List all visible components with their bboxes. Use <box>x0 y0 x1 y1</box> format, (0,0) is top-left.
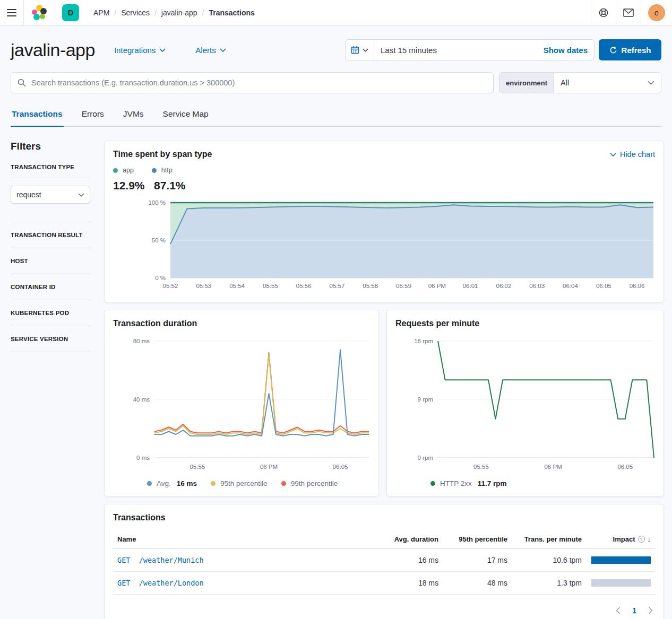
date-picker-quick-menu[interactable] <box>346 40 374 60</box>
legend-app[interactable]: app <box>113 167 134 174</box>
transactions-table-title: Transactions <box>113 513 655 522</box>
svg-text:06:06: 06:06 <box>630 283 645 289</box>
space-selector[interactable]: D <box>55 0 86 25</box>
avg-dot-icon <box>147 481 152 486</box>
chevron-down-icon <box>159 48 166 52</box>
impact-help-icon[interactable]: ? <box>638 536 645 543</box>
svg-text:06:05: 06:05 <box>333 464 348 470</box>
svg-text:0 rpm: 0 rpm <box>418 455 433 461</box>
breadcrumb-services[interactable]: Services <box>121 8 150 17</box>
legend-avg[interactable]: Avg. 16 ms <box>147 479 197 487</box>
search-icon <box>18 79 26 87</box>
col-avg-duration[interactable]: Avg. duration <box>379 530 443 549</box>
filter-container-id[interactable]: CONTAINER ID <box>11 282 90 292</box>
elastic-home-button[interactable] <box>24 0 55 25</box>
pagination: 1 <box>113 603 655 616</box>
span-type-chart[interactable]: 0 %50 %100 %05:5205:5305:5405:5505:5605:… <box>113 199 655 293</box>
refresh-button[interactable]: Refresh <box>599 39 661 60</box>
environment-select[interactable]: environment All <box>499 72 661 93</box>
filter-service-version[interactable]: SERVICE VERSION <box>11 334 90 344</box>
rpm-legend: HTTP 2xx 11.7 rpm <box>430 479 655 487</box>
sort-desc-icon[interactable]: ↓ <box>648 535 651 543</box>
help-icon <box>598 7 609 18</box>
filter-kubernetes-pod[interactable]: KUBERNETES POD <box>11 308 90 318</box>
service-tabs: Transactions Errors JVMs Service Map <box>11 104 661 127</box>
hide-chart-link[interactable]: Hide chart <box>610 150 655 159</box>
tab-transactions[interactable]: Transactions <box>11 104 64 127</box>
environment-label: environment <box>499 73 554 93</box>
help-menu-button[interactable] <box>591 0 616 25</box>
breadcrumb-apm[interactable]: APM <box>93 8 109 17</box>
newsfeed-button[interactable] <box>616 0 641 25</box>
legend-99th[interactable]: 99th percentile <box>281 479 338 487</box>
chevron-down-icon <box>220 48 226 52</box>
col-95th-percentile[interactable]: 95th percentile <box>443 530 512 549</box>
app-dot-icon <box>113 168 118 173</box>
avatar[interactable]: e <box>648 4 665 21</box>
svg-text:05:56: 05:56 <box>296 283 312 289</box>
alerts-menu[interactable]: Alerts <box>195 46 226 55</box>
prev-page-button[interactable] <box>616 607 621 614</box>
svg-text:9 rpm: 9 rpm <box>418 396 433 403</box>
next-page-button[interactable] <box>648 607 653 614</box>
transaction-duration-panel: Transaction duration 0 ms40 ms80 ms05:55… <box>104 310 379 496</box>
filters-sidebar: Filters TRANSACTION TYPE request TRANSAC… <box>11 141 90 619</box>
envelope-icon <box>623 8 634 17</box>
chevron-down-icon <box>648 81 654 85</box>
impact-bar <box>591 556 651 564</box>
svg-text:06:01: 06:01 <box>463 283 478 289</box>
tab-jvms[interactable]: JVMs <box>122 104 145 126</box>
tab-errors[interactable]: Errors <box>81 104 105 126</box>
top-nav: D APM / Services / javalin-app / Transac… <box>0 0 672 25</box>
space-badge[interactable]: D <box>62 4 79 21</box>
transaction-type-select[interactable]: request <box>11 186 90 204</box>
transaction-link-london[interactable]: GET /weather/London <box>117 579 204 587</box>
svg-text:0 ms: 0 ms <box>136 455 150 461</box>
page-number[interactable]: 1 <box>632 606 636 615</box>
hamburger-icon[interactable] <box>7 9 16 16</box>
legend-http-2xx[interactable]: HTTP 2xx 11.7 rpm <box>430 479 507 487</box>
tpm-value: 10.6 tpm <box>512 549 586 572</box>
tab-service-map[interactable]: Service Map <box>162 104 210 126</box>
duration-chart[interactable]: 0 ms40 ms80 ms05:5506 PM06:05 <box>113 336 370 474</box>
integrations-label: Integrations <box>114 46 156 55</box>
col-impact[interactable]: Impact ? ↓ <box>586 530 655 549</box>
svg-text:06 PM: 06 PM <box>260 464 278 470</box>
legend-95th[interactable]: 95th percentile <box>211 479 268 487</box>
transaction-type-label: TRANSACTION TYPE <box>11 164 90 170</box>
col-trans-per-minute[interactable]: Trans. per minute <box>512 530 586 549</box>
svg-text:0 %: 0 % <box>155 275 166 281</box>
filter-host[interactable]: HOST <box>11 256 90 266</box>
integrations-menu[interactable]: Integrations <box>114 46 166 55</box>
search-input[interactable] <box>31 79 487 87</box>
breadcrumb-service-name[interactable]: javalin-app <box>161 8 197 17</box>
show-dates-link[interactable]: Show dates <box>544 46 588 55</box>
time-range-value[interactable]: Last 15 minutes <box>381 46 437 55</box>
svg-text:50 %: 50 % <box>152 237 166 243</box>
svg-text:05:54: 05:54 <box>229 283 245 289</box>
svg-text:05:55: 05:55 <box>189 464 205 470</box>
filters-heading: Filters <box>11 141 90 152</box>
col-name[interactable]: Name <box>113 530 379 549</box>
main-menu-button[interactable] <box>0 0 23 25</box>
rpm-chart[interactable]: 0 rpm9 rpm18 rpm05:5506 PM06:05 <box>395 336 655 474</box>
refresh-label: Refresh <box>622 46 651 55</box>
span-type-title: Time spent by span type <box>113 150 212 159</box>
tpm-value: 1.3 tpm <box>512 572 586 595</box>
p95-value: 48 ms <box>443 572 512 595</box>
svg-text:05:59: 05:59 <box>396 283 411 289</box>
svg-text:05:57: 05:57 <box>330 283 345 289</box>
user-menu-button[interactable]: e <box>641 0 672 25</box>
chevron-down-icon <box>363 48 368 52</box>
http-percentage: 87.1% <box>154 179 195 192</box>
transaction-link-munich[interactable]: GET /weather/Munich <box>117 556 204 564</box>
chevron-down-icon <box>78 193 84 197</box>
svg-text:05:53: 05:53 <box>196 283 211 289</box>
hide-chart-label: Hide chart <box>620 150 655 159</box>
http-dot-icon <box>152 168 157 173</box>
svg-text:40 ms: 40 ms <box>133 396 150 403</box>
legend-http[interactable]: http <box>152 167 173 174</box>
svg-text:06:03: 06:03 <box>529 283 545 289</box>
app-percentage: 12.9% <box>113 179 154 192</box>
filter-transaction-result[interactable]: TRANSACTION RESULT <box>11 230 90 240</box>
